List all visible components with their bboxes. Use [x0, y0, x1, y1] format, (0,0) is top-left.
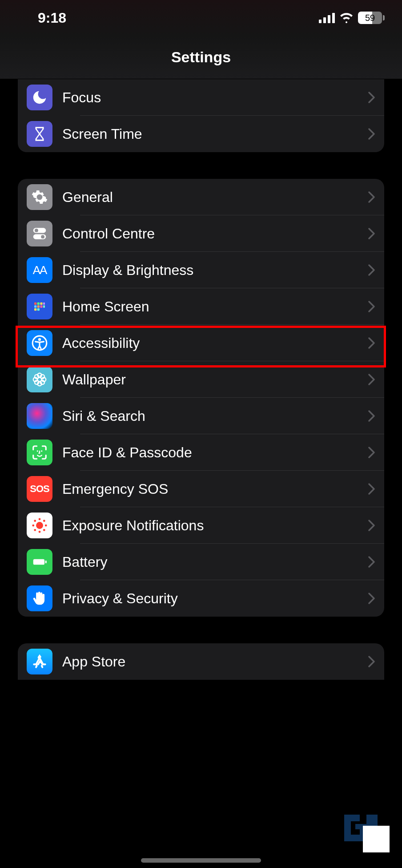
chevron-right-icon — [368, 483, 375, 495]
settings-group-focus: Focus Screen Time — [18, 79, 384, 152]
row-label: Wallpaper — [62, 371, 368, 388]
row-label: App Store — [62, 654, 368, 670]
row-face-id-passcode[interactable]: Face ID & Passcode — [18, 434, 384, 471]
svg-rect-0 — [319, 20, 322, 23]
row-wallpaper[interactable]: Wallpaper — [18, 361, 384, 398]
svg-point-37 — [43, 520, 45, 522]
chevron-right-icon — [368, 447, 375, 458]
status-bar: 9:18 59 — [0, 0, 402, 36]
exposure-notifications-icon — [27, 513, 52, 538]
row-emergency-sos[interactable]: SOS Emergency SOS — [18, 471, 384, 507]
chevron-right-icon — [368, 128, 375, 140]
navbar: Settings — [0, 36, 402, 79]
status-time: 9:18 — [38, 10, 66, 26]
general-icon — [27, 184, 52, 210]
svg-rect-3 — [332, 13, 335, 23]
settings-group-general: General Control Centre AA Display & Brig… — [18, 179, 384, 617]
row-general[interactable]: General — [18, 179, 384, 215]
wifi-icon — [339, 12, 354, 23]
svg-rect-41 — [45, 561, 47, 563]
svg-point-29 — [37, 450, 38, 452]
row-label: Face ID & Passcode — [62, 444, 368, 461]
svg-point-39 — [43, 529, 45, 531]
svg-rect-17 — [37, 308, 40, 311]
row-app-store[interactable]: App Store — [18, 643, 384, 680]
svg-rect-1 — [323, 17, 326, 23]
chevron-right-icon — [368, 556, 375, 568]
svg-rect-15 — [43, 305, 45, 307]
chevron-right-icon — [368, 520, 375, 531]
row-label: Display & Brightness — [62, 262, 368, 279]
row-home-screen[interactable]: Home Screen — [18, 288, 384, 325]
row-label: General — [62, 189, 368, 206]
home-screen-icon — [27, 294, 52, 319]
wallpaper-icon — [27, 367, 52, 392]
svg-point-33 — [39, 531, 41, 533]
chevron-right-icon — [368, 301, 375, 312]
row-label: Screen Time — [62, 126, 368, 142]
row-label: Home Screen — [62, 299, 368, 315]
chevron-right-icon — [368, 656, 375, 667]
chevron-right-icon — [368, 337, 375, 349]
chevron-right-icon — [368, 593, 375, 604]
status-right: 59 — [319, 12, 382, 24]
row-screen-time[interactable]: Screen Time — [18, 116, 384, 152]
svg-rect-9 — [37, 303, 40, 305]
row-label: Siri & Search — [62, 408, 368, 424]
row-label: Accessibility — [62, 335, 368, 351]
siri-icon — [27, 403, 52, 429]
emergency-sos-icon: SOS — [27, 476, 52, 502]
battery-row-icon — [27, 549, 52, 575]
row-display-brightness[interactable]: AA Display & Brightness — [18, 252, 384, 288]
svg-point-34 — [32, 525, 34, 527]
svg-point-36 — [34, 520, 36, 522]
svg-rect-14 — [40, 305, 42, 307]
battery-level: 59 — [365, 13, 375, 23]
chevron-right-icon — [368, 191, 375, 203]
svg-point-19 — [38, 338, 41, 341]
chevron-right-icon — [368, 374, 375, 385]
chevron-right-icon — [368, 410, 375, 422]
svg-rect-10 — [40, 303, 42, 305]
svg-rect-8 — [34, 303, 36, 305]
svg-point-38 — [34, 529, 36, 531]
row-exposure-notifications[interactable]: Exposure Notifications — [18, 507, 384, 544]
svg-rect-40 — [33, 559, 44, 565]
chevron-right-icon — [368, 92, 375, 103]
app-store-icon — [27, 649, 52, 674]
svg-rect-2 — [328, 15, 330, 23]
privacy-security-icon — [27, 585, 52, 611]
watermark-box — [363, 826, 390, 852]
row-label: Battery — [62, 554, 368, 570]
chevron-right-icon — [368, 228, 375, 239]
row-label: Privacy & Security — [62, 590, 368, 607]
svg-rect-13 — [37, 305, 40, 307]
svg-rect-12 — [34, 305, 36, 307]
cellular-icon — [319, 12, 335, 23]
display-brightness-icon: AA — [27, 257, 52, 283]
svg-rect-11 — [43, 303, 45, 305]
svg-point-7 — [41, 235, 44, 238]
page-title: Settings — [171, 48, 231, 66]
face-id-icon — [27, 440, 52, 465]
battery-icon: 59 — [358, 12, 382, 24]
row-privacy-security[interactable]: Privacy & Security — [18, 580, 384, 617]
screen-time-icon — [27, 121, 52, 147]
row-focus[interactable]: Focus — [18, 79, 384, 116]
row-label: Focus — [62, 89, 368, 106]
row-label: Exposure Notifications — [62, 517, 368, 534]
svg-point-35 — [45, 525, 47, 527]
row-accessibility[interactable]: Accessibility — [18, 325, 384, 361]
row-label: Emergency SOS — [62, 481, 368, 497]
svg-point-5 — [35, 229, 38, 232]
row-battery[interactable]: Battery — [18, 544, 384, 580]
svg-point-30 — [41, 450, 42, 452]
focus-icon — [27, 85, 52, 110]
row-control-centre[interactable]: Control Centre — [18, 215, 384, 252]
home-indicator[interactable] — [141, 858, 261, 863]
svg-point-31 — [36, 522, 43, 529]
row-siri-search[interactable]: Siri & Search — [18, 398, 384, 434]
row-label: Control Centre — [62, 226, 368, 242]
chevron-right-icon — [368, 264, 375, 276]
svg-point-32 — [39, 518, 41, 520]
